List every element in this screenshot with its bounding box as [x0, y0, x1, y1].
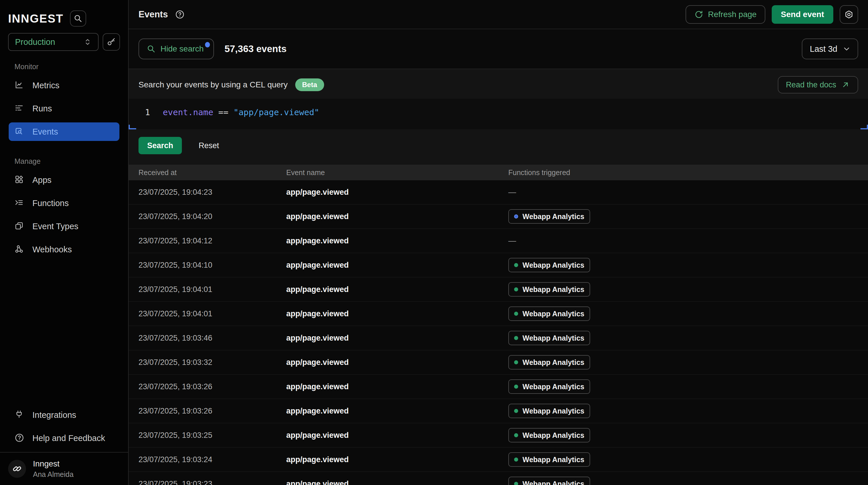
event-name-cell[interactable]: app/page.viewed [286, 309, 508, 318]
sidebar-item-event-types[interactable]: Event Types [9, 217, 119, 235]
page-help-icon[interactable] [175, 9, 185, 19]
function-badge[interactable]: Webapp Analytics [508, 452, 590, 467]
table-row[interactable]: 23/07/2025, 19:04:01 app/page.viewed Web… [129, 278, 868, 302]
events-icon [14, 126, 25, 137]
function-status-dot [514, 263, 518, 267]
refresh-page-button[interactable]: Refresh page [686, 5, 765, 24]
function-name: Webapp Analytics [523, 334, 584, 342]
function-badge[interactable]: Webapp Analytics [508, 209, 590, 224]
received-at-cell: 23/07/2025, 19:04:01 [138, 309, 286, 318]
received-at-cell: 23/07/2025, 19:04:23 [138, 188, 286, 197]
table-row[interactable]: 23/07/2025, 19:04:23 app/page.viewed — [129, 180, 868, 205]
event-name-cell[interactable]: app/page.viewed [286, 188, 508, 197]
function-name: Webapp Analytics [523, 407, 584, 415]
table-row[interactable]: 23/07/2025, 19:03:26 app/page.viewed Web… [129, 399, 868, 423]
refresh-icon [694, 10, 704, 19]
runs-icon [14, 103, 25, 114]
sidebar-item-apps[interactable]: Apps [9, 171, 119, 189]
no-functions-dash: — [508, 236, 516, 245]
chevrons-updown-icon [83, 37, 92, 47]
table-header: Received at Event name Functions trigger… [129, 165, 868, 180]
event-name-cell[interactable]: app/page.viewed [286, 334, 508, 343]
cel-code-editor[interactable]: 1 event.name == "app/page.viewed" [129, 99, 868, 130]
cel-query-panel: Search your events by using a CEL query … [129, 69, 868, 165]
function-badge[interactable]: Webapp Analytics [508, 282, 590, 296]
sidebar-item-label: Apps [32, 175, 52, 185]
nav-section-manage: Manage [14, 157, 128, 166]
sidebar-item-metrics[interactable]: Metrics [9, 76, 119, 95]
send-event-button[interactable]: Send event [772, 5, 833, 24]
function-badge[interactable]: Webapp Analytics [508, 307, 590, 321]
no-functions-dash: — [508, 188, 516, 197]
function-badge[interactable]: Webapp Analytics [508, 331, 590, 345]
event-name-cell[interactable]: app/page.viewed [286, 212, 508, 221]
event-name-cell[interactable]: app/page.viewed [286, 382, 508, 391]
sidebar-item-help-and-feedback[interactable]: Help and Feedback [9, 429, 119, 447]
functions-cell: Webapp Analytics [508, 452, 868, 467]
event-name-cell[interactable]: app/page.viewed [286, 431, 508, 440]
notification-dot [205, 42, 210, 48]
webhooks-icon [14, 244, 25, 255]
environment-row: Production [0, 27, 128, 51]
table-row[interactable]: 23/07/2025, 19:03:46 app/page.viewed Web… [129, 326, 868, 350]
function-name: Webapp Analytics [523, 310, 584, 318]
event-name-cell[interactable]: app/page.viewed [286, 236, 508, 246]
search-icon [147, 44, 156, 54]
settings-button[interactable] [840, 5, 858, 24]
global-search-button[interactable] [70, 10, 86, 27]
function-badge[interactable]: Webapp Analytics [508, 258, 590, 272]
event-name-cell[interactable]: app/page.viewed [286, 285, 508, 294]
table-row[interactable]: 23/07/2025, 19:03:24 app/page.viewed Web… [129, 448, 868, 472]
query-panel-title: Search your events by using a CEL query [138, 80, 288, 89]
time-range-selector[interactable]: Last 3d [802, 38, 858, 59]
sidebar-item-functions[interactable]: Functions [9, 194, 119, 212]
table-row[interactable]: 23/07/2025, 19:04:10 app/page.viewed Web… [129, 253, 868, 278]
environment-name: Production [15, 37, 55, 47]
sidebar-item-integrations[interactable]: Integrations [9, 406, 119, 424]
cel-query-code: event.name == "app/page.viewed" [163, 107, 319, 117]
account-user-name: Ana Almeida [33, 470, 73, 479]
sidebar-item-label: Functions [32, 199, 69, 208]
logo-row: INNGEST [0, 0, 128, 27]
reset-button[interactable]: Reset [199, 141, 219, 150]
event-name-cell[interactable]: app/page.viewed [286, 455, 508, 464]
functions-cell: Webapp Analytics [508, 258, 868, 272]
nav-footer: Integrations Help and Feedback [0, 406, 128, 447]
event-name-cell[interactable]: app/page.viewed [286, 406, 508, 416]
event-name-cell[interactable]: app/page.viewed [286, 261, 508, 270]
sidebar-footer: Integrations Help and Feedback Inngest A… [0, 406, 128, 485]
search-button[interactable]: Search [138, 137, 182, 154]
function-badge[interactable]: Webapp Analytics [508, 355, 590, 370]
inngest-logo: INNGEST [8, 12, 64, 25]
table-row[interactable]: 23/07/2025, 19:03:32 app/page.viewed Web… [129, 350, 868, 375]
sidebar-item-events[interactable]: Events [9, 122, 119, 141]
key-icon [107, 37, 116, 47]
function-badge[interactable]: Webapp Analytics [508, 404, 590, 418]
account-menu[interactable]: Inngest Ana Almeida [0, 452, 128, 485]
table-row[interactable]: 23/07/2025, 19:03:25 app/page.viewed Web… [129, 423, 868, 448]
functions-cell: Webapp Analytics [508, 355, 868, 370]
environment-selector[interactable]: Production [8, 33, 99, 51]
function-badge[interactable]: Webapp Analytics [508, 379, 590, 394]
event-keys-button[interactable] [103, 33, 120, 51]
function-name: Webapp Analytics [523, 480, 584, 485]
table-row[interactable]: 23/07/2025, 19:03:23 app/page.viewed Web… [129, 472, 868, 485]
table-row[interactable]: 23/07/2025, 19:04:01 app/page.viewed Web… [129, 302, 868, 326]
sidebar-item-webhooks[interactable]: Webhooks [9, 240, 119, 259]
received-at-cell: 23/07/2025, 19:04:12 [138, 236, 286, 246]
sidebar-item-runs[interactable]: Runs [9, 99, 119, 118]
event-name-cell[interactable]: app/page.viewed [286, 358, 508, 367]
table-row[interactable]: 23/07/2025, 19:04:20 app/page.viewed Web… [129, 205, 868, 229]
read-the-docs-button[interactable]: Read the docs [778, 76, 858, 93]
functions-cell: Webapp Analytics [508, 404, 868, 418]
column-functions-triggered: Functions triggered [508, 168, 868, 177]
function-badge[interactable]: Webapp Analytics [508, 428, 590, 443]
function-badge[interactable]: Webapp Analytics [508, 477, 590, 485]
sidebar-item-label: Runs [32, 104, 52, 113]
refresh-page-label: Refresh page [708, 10, 757, 19]
table-row[interactable]: 23/07/2025, 19:04:12 app/page.viewed — [129, 229, 868, 253]
metrics-icon [14, 80, 25, 91]
event-name-cell[interactable]: app/page.viewed [286, 480, 508, 485]
hide-search-button[interactable]: Hide search [138, 38, 214, 59]
table-row[interactable]: 23/07/2025, 19:03:26 app/page.viewed Web… [129, 375, 868, 399]
